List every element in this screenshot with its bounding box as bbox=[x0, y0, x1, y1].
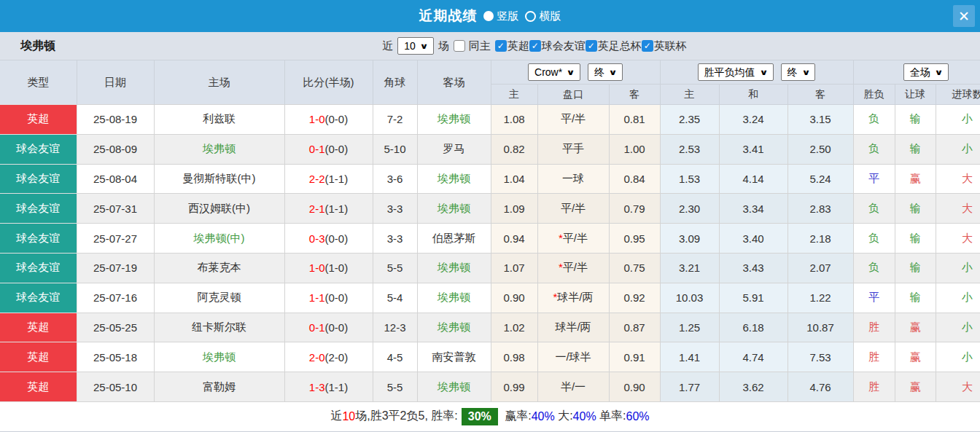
checkbox-checked-icon[interactable]: ✓ bbox=[642, 40, 653, 52]
scope-select[interactable]: 全场 ∨ bbox=[903, 63, 949, 81]
europe-source-select[interactable]: 胜平负均值 ∨ bbox=[698, 63, 774, 81]
handicap-result-value: 输 bbox=[895, 283, 936, 313]
euro-draw-odds: 6.18 bbox=[719, 313, 788, 342]
corner-score: 5-5 bbox=[373, 372, 417, 402]
recent-results-window: 近期战绩 竖版 横版 ✕ 埃弗顿 近 10 ∨ 场 同主 ✓英 bbox=[0, 0, 980, 432]
euro-draw-odds: 3.40 bbox=[719, 224, 788, 254]
home-team: 埃弗顿(中) bbox=[154, 224, 284, 254]
results-table-body: 英超 25-08-19 利兹联 1-0(0-0) 7-2 埃弗顿 1.08 平/… bbox=[0, 105, 980, 402]
asian-home-odds: 0.82 bbox=[491, 134, 537, 164]
league-checkbox-item[interactable]: ✓英足总杯 bbox=[586, 39, 642, 53]
euro-away-odds: 2.18 bbox=[788, 224, 853, 254]
asian-odds-group-header: Crow* ∨ 终 ∨ bbox=[491, 60, 660, 85]
table-row: 球会友谊 25-08-04 曼彻斯特联(中) 2-2(1-1) 3-6 埃弗顿 … bbox=[0, 164, 980, 194]
corner-score: 3-6 bbox=[373, 164, 417, 194]
league-checkbox-item[interactable]: ✓球会友谊 bbox=[529, 39, 586, 53]
asian-time-select[interactable]: 终 ∨ bbox=[588, 63, 623, 81]
league-label: 球会友谊 bbox=[542, 39, 586, 53]
asian-home-odds: 0.98 bbox=[491, 342, 537, 372]
league-filter-group: ✓英超✓球会友谊✓英足总杯✓英联杯 bbox=[495, 39, 687, 53]
handicap-line: *球半/两 bbox=[537, 283, 609, 313]
asian-away-odds: 0.92 bbox=[609, 283, 660, 313]
goals-result-value: 小 bbox=[936, 283, 980, 313]
euro-away-odds: 2.50 bbox=[788, 134, 853, 164]
radio-unselected-icon[interactable] bbox=[525, 11, 536, 22]
radio-vertical-label: 竖版 bbox=[497, 9, 519, 23]
recent-count-select[interactable]: 10 ∨ bbox=[397, 37, 434, 55]
home-team: 埃弗顿 bbox=[154, 134, 284, 164]
score-cell: 0-1(0-0) bbox=[284, 134, 373, 164]
layout-radio-horizontal[interactable]: 横版 bbox=[525, 9, 561, 23]
checkbox-checked-icon[interactable]: ✓ bbox=[586, 40, 597, 52]
outcome-value: 平 bbox=[853, 283, 895, 313]
euro-draw-odds: 5.91 bbox=[719, 283, 788, 313]
home-team: 纽卡斯尔联 bbox=[154, 313, 284, 342]
match-date: 25-07-31 bbox=[77, 194, 154, 224]
away-team: 埃弗顿 bbox=[417, 283, 491, 313]
away-team: 埃弗顿 bbox=[417, 164, 491, 194]
checkbox-checked-icon[interactable]: ✓ bbox=[529, 40, 541, 52]
handicap-line: 平手 bbox=[537, 134, 609, 164]
europe-time-select[interactable]: 终 ∨ bbox=[781, 63, 816, 81]
asian-source-select[interactable]: Crow* ∨ bbox=[528, 63, 580, 81]
outcome-value: 负 bbox=[853, 253, 895, 283]
league-type-badge: 球会友谊 bbox=[0, 283, 77, 313]
score-cell: 1-3(1-1) bbox=[284, 372, 373, 402]
europe-odds-group-header: 胜平负均值 ∨ 终 ∨ bbox=[660, 60, 853, 85]
asian-home-odds: 1.02 bbox=[491, 313, 537, 342]
col-header-away: 客场 bbox=[417, 60, 491, 105]
asian-home-odds: 0.99 bbox=[491, 372, 537, 402]
asian-away-odds: 0.81 bbox=[609, 105, 660, 135]
match-date: 25-08-19 bbox=[77, 105, 154, 135]
away-team: 埃弗顿 bbox=[417, 313, 491, 342]
match-date: 25-07-27 bbox=[77, 224, 154, 254]
corner-score: 7-2 bbox=[373, 105, 417, 135]
euro-draw-odds: 3.24 bbox=[719, 105, 788, 135]
asian-away-odds: 0.95 bbox=[609, 224, 660, 254]
euro-away-odds: 4.76 bbox=[788, 372, 853, 402]
table-row: 英超 25-08-19 利兹联 1-0(0-0) 7-2 埃弗顿 1.08 平/… bbox=[0, 105, 980, 135]
window-title: 近期战绩 bbox=[419, 7, 478, 25]
league-label: 英足总杯 bbox=[598, 39, 642, 53]
outcome-value: 负 bbox=[853, 194, 895, 224]
league-checkbox-item[interactable]: ✓英联杯 bbox=[642, 39, 687, 53]
summary-text: 单率: bbox=[596, 409, 626, 424]
match-date: 25-07-16 bbox=[77, 283, 154, 313]
table-row: 球会友谊 25-07-16 阿克灵顿 1-1(0-0) 5-4 埃弗顿 0.90… bbox=[0, 283, 980, 313]
layout-radio-vertical[interactable]: 竖版 bbox=[483, 9, 519, 23]
goals-result-value: 小 bbox=[936, 253, 980, 283]
asian-source-value: Crow* bbox=[534, 66, 562, 79]
asian-away-odds: 0.75 bbox=[609, 253, 660, 283]
outcome-value: 负 bbox=[853, 105, 895, 135]
radio-selected-icon[interactable] bbox=[483, 11, 494, 21]
away-team: 伯恩茅斯 bbox=[417, 224, 491, 254]
corner-score: 5-5 bbox=[373, 253, 417, 283]
subcol-euro-away: 客 bbox=[788, 85, 853, 105]
handicap-line: 平/半 bbox=[537, 105, 609, 135]
col-header-date: 日期 bbox=[77, 60, 154, 105]
match-date: 25-07-19 bbox=[77, 253, 154, 283]
league-type-badge: 球会友谊 bbox=[0, 253, 77, 283]
score-cell: 1-0(1-0) bbox=[284, 253, 373, 283]
euro-home-odds: 10.03 bbox=[660, 283, 719, 313]
euro-draw-odds: 3.34 bbox=[719, 194, 788, 224]
goals-result-value: 大 bbox=[936, 224, 980, 254]
chevron-down-icon: ∨ bbox=[759, 66, 768, 79]
match-date: 25-08-09 bbox=[77, 134, 154, 164]
checkbox-checked-icon[interactable]: ✓ bbox=[495, 40, 507, 52]
asian-home-odds: 1.08 bbox=[491, 105, 537, 135]
asian-time-value: 终 bbox=[594, 66, 604, 79]
handicap-result-value: 输 bbox=[895, 134, 936, 164]
corner-score: 12-3 bbox=[373, 313, 417, 342]
euro-draw-odds: 3.41 bbox=[719, 134, 788, 164]
asian-away-odds: 0.87 bbox=[609, 313, 660, 342]
outcome-value: 负 bbox=[853, 134, 895, 164]
summary-text: 大: bbox=[555, 409, 573, 424]
subcol-euro-home: 主 bbox=[660, 85, 719, 105]
close-icon[interactable]: ✕ bbox=[953, 5, 975, 27]
same-home-checkbox-item[interactable]: 同主 bbox=[454, 39, 494, 53]
league-checkbox-item[interactable]: ✓英超 bbox=[495, 39, 529, 53]
checkbox-unchecked-icon[interactable] bbox=[454, 40, 465, 52]
league-label: 英超 bbox=[508, 39, 529, 53]
col-header-corner: 角球 bbox=[373, 60, 417, 105]
